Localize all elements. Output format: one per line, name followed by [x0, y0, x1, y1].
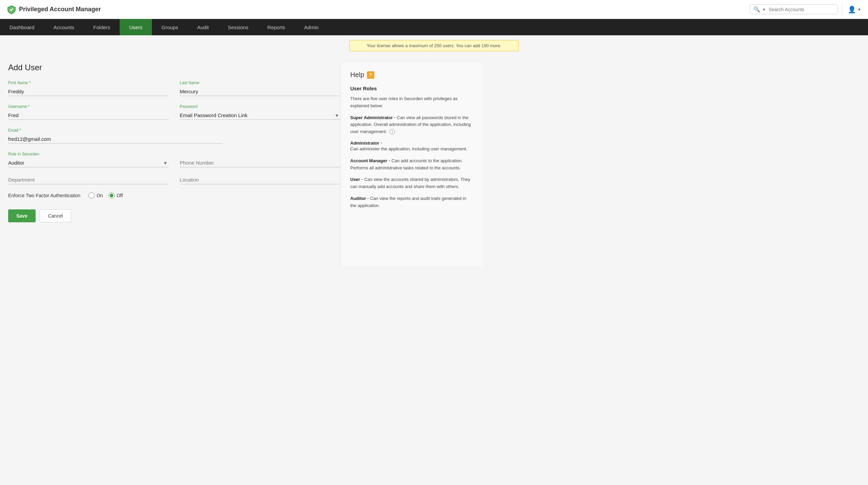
email-group: Email	[8, 128, 222, 144]
form-row-role-phone: Role in Securden Super Administrator Adm…	[8, 152, 340, 167]
form-row-name: First Name Last Name	[8, 80, 340, 96]
super-admin-info-icon[interactable]: i	[390, 129, 395, 134]
nav-bar: Dashboard Accounts Folders Users Groups …	[0, 19, 868, 35]
help-role-admin: Administrator - Can administer the appli…	[350, 140, 473, 153]
auditor-separator: -	[367, 195, 370, 201]
account-manager-separator: -	[389, 158, 392, 163]
first-name-input[interactable]	[8, 87, 169, 96]
form-section: Add User First Name Last Name Username P…	[8, 63, 340, 266]
role-select-wrapper: Super Administrator Administrator Accoun…	[8, 158, 169, 167]
user-chevron-icon: ▼	[857, 7, 861, 12]
cancel-button[interactable]: Cancel	[40, 209, 72, 222]
search-area: 🔍 ▼	[750, 4, 838, 14]
last-name-group: Last Name	[180, 80, 340, 96]
help-title-text: Help	[350, 71, 364, 79]
nav-item-folders[interactable]: Folders	[84, 19, 120, 35]
nav-item-groups[interactable]: Groups	[152, 19, 188, 35]
two-factor-off-radio[interactable]	[108, 192, 115, 199]
search-input[interactable]	[766, 7, 834, 12]
save-button[interactable]: Save	[8, 209, 36, 222]
password-group: Password Email Password Creation Link Se…	[180, 104, 340, 120]
nav-item-admin[interactable]: Admin	[295, 19, 328, 35]
username-label: Username	[8, 104, 169, 109]
shield-logo-icon	[7, 5, 16, 14]
location-group	[180, 175, 340, 184]
button-row: Save Cancel	[8, 209, 340, 222]
two-factor-on-radio[interactable]	[88, 192, 95, 199]
admin-role-name: Administrator	[350, 141, 379, 146]
password-label: Password	[180, 104, 340, 109]
account-manager-role-name: Account Manager	[350, 158, 387, 163]
password-select-wrapper: Email Password Creation Link Set Passwor…	[180, 111, 340, 120]
username-input[interactable]	[8, 111, 169, 120]
email-input[interactable]	[8, 135, 222, 144]
super-admin-separator: -	[394, 115, 397, 120]
search-chevron-icon: ▼	[762, 7, 766, 12]
last-name-label: Last Name	[180, 80, 340, 85]
location-input[interactable]	[180, 175, 340, 184]
page-title: Add User	[8, 63, 340, 72]
form-row-email: Email	[8, 128, 340, 144]
user-icon: 👤	[848, 5, 856, 14]
department-group	[8, 175, 169, 184]
role-select[interactable]: Super Administrator Administrator Accoun…	[8, 158, 169, 167]
logo-area: Privileged Account Manager	[7, 5, 101, 14]
help-intro-text: There are five user roles in Securden wi…	[350, 95, 473, 110]
email-label: Email	[8, 128, 222, 133]
admin-description: Can administer the application, includin…	[350, 146, 467, 151]
nav-item-sessions[interactable]: Sessions	[218, 19, 258, 35]
form-row-username-password: Username Password Email Password Creatio…	[8, 104, 340, 120]
admin-separator: -	[380, 140, 382, 146]
role-label: Role in Securden	[8, 152, 169, 156]
last-name-input[interactable]	[180, 87, 340, 96]
app-title: Privileged Account Manager	[19, 6, 101, 13]
phone-group	[180, 152, 340, 167]
help-panel: Help ? User Roles There are five user ro…	[340, 63, 483, 266]
user-account-button[interactable]: 👤 ▼	[842, 3, 861, 16]
super-admin-role-name: Super Administrator	[350, 115, 393, 120]
nav-item-dashboard[interactable]: Dashboard	[0, 19, 44, 35]
search-icon-button[interactable]: 🔍	[753, 6, 760, 13]
two-factor-off-label: Off	[117, 193, 123, 198]
help-title: Help ?	[350, 71, 473, 79]
role-group: Role in Securden Super Administrator Adm…	[8, 152, 169, 167]
top-right-area: 🔍 ▼ 👤 ▼	[750, 3, 861, 16]
help-role-super-admin: Super Administrator - Can view all passw…	[350, 114, 473, 135]
main-layout: Add User First Name Last Name Username P…	[0, 56, 868, 273]
two-factor-on-label: On	[97, 193, 103, 198]
user-description: Can view the accounts shared by administ…	[350, 177, 470, 189]
department-input[interactable]	[8, 175, 169, 184]
help-question-icon: ?	[367, 71, 374, 79]
first-name-label: First Name	[8, 80, 169, 85]
help-role-auditor: Auditor - Can view the reports and audit…	[350, 195, 473, 209]
user-role-name: User	[350, 177, 360, 182]
password-select[interactable]: Email Password Creation Link Set Passwor…	[180, 111, 340, 119]
two-factor-off-option[interactable]: Off	[108, 192, 123, 199]
help-role-user: User - Can view the accounts shared by a…	[350, 176, 473, 190]
phone-label	[180, 152, 340, 156]
license-banner: Your license allows a maximum of 250 use…	[349, 40, 519, 51]
help-role-account-manager: Account Manager - Can add accounts to th…	[350, 157, 473, 172]
help-section-title: User Roles	[350, 86, 473, 91]
form-row-dept-location	[8, 175, 340, 184]
phone-input[interactable]	[180, 158, 340, 167]
nav-item-accounts[interactable]: Accounts	[44, 19, 84, 35]
nav-item-reports[interactable]: Reports	[258, 19, 295, 35]
two-factor-row: Enforce Two Factor Authentication On Off	[8, 192, 340, 199]
nav-item-users[interactable]: Users	[120, 19, 152, 35]
nav-item-audit[interactable]: Audit	[188, 19, 218, 35]
top-bar: Privileged Account Manager 🔍 ▼ 👤 ▼	[0, 0, 868, 19]
username-group: Username	[8, 104, 169, 120]
two-factor-label: Enforce Two Factor Authentication	[8, 193, 80, 198]
first-name-group: First Name	[8, 80, 169, 96]
auditor-role-name: Auditor	[350, 196, 366, 201]
two-factor-on-option[interactable]: On	[88, 192, 103, 199]
email-spacer	[233, 128, 340, 144]
